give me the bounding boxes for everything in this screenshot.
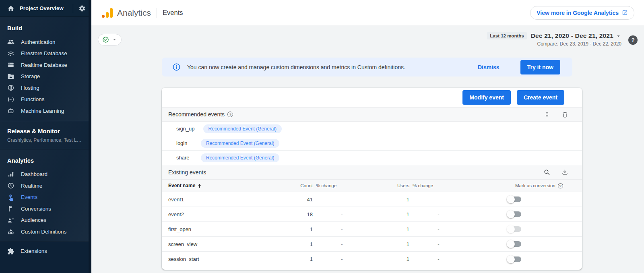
help-circle-icon[interactable]: ?: [227, 112, 233, 117]
question-mark-glyph: ?: [631, 37, 634, 43]
sidebar-item-label: Dashboard: [21, 171, 47, 177]
sort-ascending-icon: [197, 183, 202, 188]
trash-icon[interactable]: [561, 111, 568, 118]
unfold-icon[interactable]: [544, 111, 550, 118]
event-users: 1: [371, 241, 409, 247]
gear-icon[interactable]: [78, 5, 86, 12]
event-name: event2: [162, 211, 295, 217]
event-count-change: -: [313, 226, 371, 232]
people-icon: [7, 38, 15, 46]
event-count: 1: [295, 256, 313, 262]
sidebar-item-custom-definitions[interactable]: Custom Definitions: [0, 226, 91, 238]
column-mark-as-conversion: Mark as conversion ?: [468, 183, 582, 188]
sidebar-item-label: Authentication: [21, 39, 56, 45]
event-name: share: [176, 155, 192, 161]
modify-event-button[interactable]: Modify event: [462, 90, 511, 105]
recommended-event-badge[interactable]: Recommended Event (General): [203, 124, 282, 133]
robot-icon: [7, 107, 15, 114]
functions-icon: [7, 96, 15, 103]
event-users-change: -: [409, 256, 468, 262]
sidebar-item-label: Hosting: [21, 85, 39, 91]
column-event-name[interactable]: Event name: [162, 183, 295, 188]
release-monitor-subtitle: Crashlytics, Performance, Test La…: [7, 137, 84, 143]
event-count: 41: [295, 196, 313, 203]
sidebar-item-storage[interactable]: Storage: [0, 71, 91, 83]
info-icon: [172, 63, 181, 71]
event-name: screen_view: [162, 241, 295, 247]
try-it-now-button[interactable]: Try it now: [520, 60, 560, 74]
build-section: Build Authentication Firestore Database …: [0, 17, 91, 121]
recommended-event-badge[interactable]: Recommended Event (General): [201, 153, 279, 162]
view-more-label: View more in Google Analytics: [537, 10, 619, 16]
conversion-toggle[interactable]: [508, 241, 521, 247]
existing-events-header: Existing events: [162, 165, 582, 180]
sidebar-item-label: Events: [21, 194, 37, 200]
help-button[interactable]: ?: [628, 35, 638, 45]
event-name: sign_up: [176, 126, 195, 132]
recommended-event-badge[interactable]: Recommended Event (General): [201, 139, 279, 148]
recommended-event-row: sign_up Recommended Event (General): [162, 122, 582, 136]
event-users-change: -: [409, 241, 468, 247]
event-count-change: -: [313, 196, 371, 203]
event-name: event1: [162, 196, 295, 203]
sidebar-item-label: Storage: [21, 73, 40, 79]
sidebar-item-extensions[interactable]: Extensions: [0, 242, 91, 261]
conversion-toggle[interactable]: [508, 256, 521, 262]
data-status-chip[interactable]: [98, 34, 122, 46]
project-title[interactable]: Project Overview: [20, 5, 68, 11]
event-count: 18: [295, 211, 313, 217]
date-range-picker[interactable]: Last 12 months Dec 21, 2020 - Dec 21, 20…: [487, 32, 621, 47]
project-topbar: Project Overview: [0, 0, 91, 17]
storage-icon: [7, 73, 15, 80]
column-count-change: % change: [313, 183, 371, 188]
notification-banner: You can now create and manage custom dim…: [162, 58, 572, 77]
sidebar-item-realtime[interactable]: Realtime: [0, 180, 91, 192]
sidebar-item-audiences[interactable]: Audiences: [0, 215, 91, 226]
sidebar-item-firestore[interactable]: Firestore Database: [0, 48, 91, 60]
conversion-toggle[interactable]: [508, 211, 521, 217]
recommended-event-row: login Recommended Event (General): [162, 136, 582, 151]
audience-icon: [7, 217, 15, 224]
sidebar-item-label: Conversions: [21, 206, 51, 212]
sidebar-item-dashboard[interactable]: Dashboard: [0, 169, 91, 180]
event-table-row: event2 18 - 1 -: [162, 207, 582, 222]
event-name: login: [176, 140, 192, 146]
event-users: 1: [371, 196, 409, 203]
sidebar-item-functions[interactable]: Functions: [0, 94, 91, 105]
column-count: Count: [295, 183, 313, 188]
caret-down-icon: [615, 33, 621, 39]
sidebar-item-events[interactable]: Events: [0, 192, 91, 203]
column-users-change: % change: [409, 183, 468, 188]
touch-icon: [7, 194, 15, 201]
sidebar-item-realtime-database[interactable]: Realtime Database: [0, 59, 91, 71]
chevron-down-icon: [112, 37, 117, 42]
release-monitor-section[interactable]: Release & Monitor Crashlytics, Performan…: [0, 121, 91, 149]
analytics-section-label: Analytics: [0, 149, 91, 169]
view-more-button[interactable]: View more in Google Analytics: [530, 6, 634, 20]
conversion-toggle[interactable]: [508, 196, 521, 202]
event-table-row: event1 41 - 1 -: [162, 192, 582, 207]
sidebar-item-conversions[interactable]: Conversions: [0, 203, 91, 215]
recommended-events-title: Recommended events: [168, 111, 225, 118]
sidebar-item-machine-learning[interactable]: Machine Learning: [0, 105, 91, 117]
sidebar-item-label: Extensions: [21, 248, 47, 254]
sidebar-item-authentication[interactable]: Authentication: [0, 36, 91, 48]
dismiss-button[interactable]: Dismiss: [478, 64, 500, 70]
download-icon[interactable]: [561, 169, 568, 176]
event-users-change: -: [409, 226, 468, 232]
sidebar-item-hosting[interactable]: Hosting: [0, 82, 91, 94]
event-users-change: -: [409, 196, 468, 203]
help-circle-icon[interactable]: ?: [558, 183, 563, 188]
bar-chart-icon: [7, 171, 15, 178]
events-card: Modify event Create event Recommended ev…: [162, 88, 582, 270]
sidebar-item-label: Functions: [21, 96, 45, 102]
events-table-header: Event name Count % change Users % change…: [162, 180, 582, 192]
home-icon[interactable]: [7, 5, 14, 12]
topbar-divider: [73, 4, 73, 13]
firebase-sidebar: Project Overview Build Authentication Fi…: [0, 0, 91, 273]
globe-icon: [7, 84, 15, 91]
create-event-button[interactable]: Create event: [517, 90, 564, 105]
build-section-label: Build: [0, 17, 91, 36]
search-icon[interactable]: [543, 169, 550, 176]
date-preset-label: Last 12 months: [487, 32, 526, 39]
